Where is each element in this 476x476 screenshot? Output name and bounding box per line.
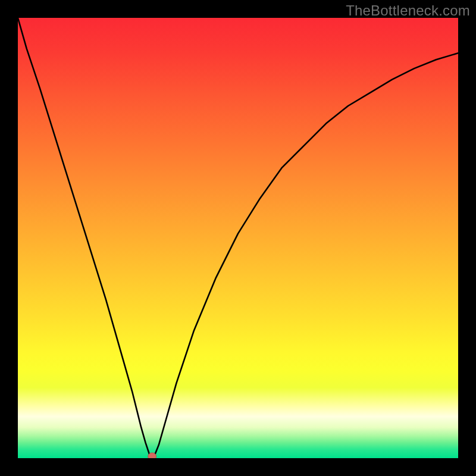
watermark-label: TheBottleneck.com [346,2,470,19]
optimal-point-marker [148,453,156,458]
plot-area [18,18,458,458]
chart-container: TheBottleneck.com [0,0,476,476]
chart-svg [18,18,458,458]
gradient-background [18,18,458,458]
